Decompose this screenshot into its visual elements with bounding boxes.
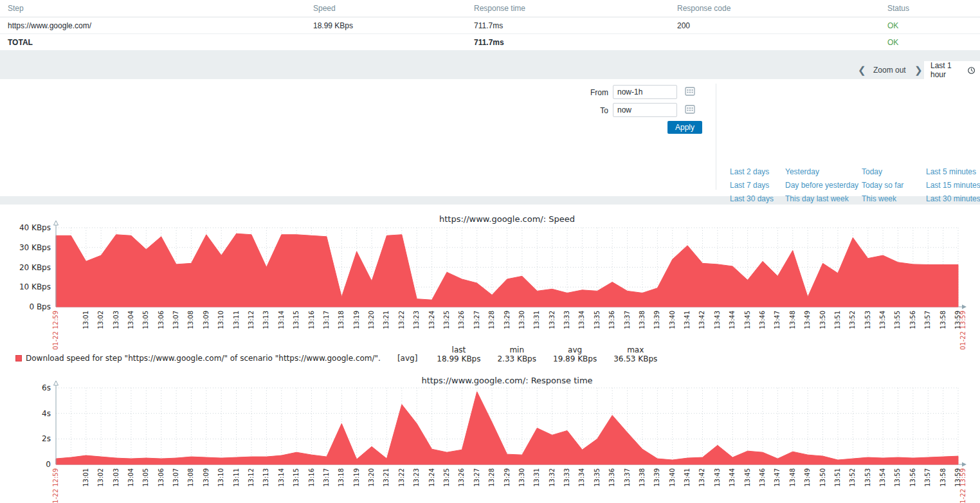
x-axis-tick-label: 13:47 <box>774 311 781 329</box>
to-input[interactable] <box>613 103 677 117</box>
web-scenario-table: Step Speed Response time Response code S… <box>0 0 980 50</box>
x-axis-tick-label: 13:03 <box>113 311 120 329</box>
speed-value: 18.99 KBps <box>313 21 474 30</box>
x-axis-tick-label: 13:28 <box>488 311 495 329</box>
x-axis-tick-label: 13:10 <box>217 311 224 329</box>
quick-range-link[interactable]: This day last week <box>785 192 858 206</box>
x-axis-tick-label: 13:48 <box>789 311 796 329</box>
x-axis-tick-label: 13:05 <box>142 468 149 487</box>
x-axis-tick-label: 13:35 <box>594 468 601 487</box>
quick-range-link[interactable]: This week <box>862 192 921 206</box>
x-axis-tick-label: 13:11 <box>233 468 240 487</box>
x-axis-tick-label: 13:52 <box>849 468 856 487</box>
x-axis-tick-label: 13:03 <box>113 468 120 487</box>
zabbix-web-monitoring-page: Step Speed Response time Response code S… <box>0 0 980 503</box>
x-axis-tick-label: 13:40 <box>669 311 676 329</box>
legend-color-swatch <box>15 355 22 361</box>
quick-range-link[interactable]: Today <box>862 165 921 179</box>
to-calendar-button[interactable] <box>684 104 696 116</box>
x-axis-tick-label: 13:33 <box>563 468 570 487</box>
x-axis-tick-label: 13:31 <box>533 468 540 487</box>
y-axis-tick-label: 2s <box>0 434 51 443</box>
speed-graph-plot[interactable] <box>56 228 958 307</box>
x-axis-tick-label: 13:44 <box>729 468 736 487</box>
x-axis-tick-label: 13:41 <box>684 311 691 329</box>
x-axis-tick-label: 13:38 <box>639 311 646 329</box>
legend-stat-last: last 18.99 KBps <box>437 345 480 363</box>
time-shift-left-chevron-icon[interactable]: ❮ <box>858 64 866 76</box>
x-axis-tick-label: 13:44 <box>729 311 736 329</box>
total-response-time: 711.7ms <box>474 38 677 47</box>
quick-range-link[interactable]: Today so far <box>862 179 921 192</box>
x-axis-tick-label: 13:16 <box>308 311 315 329</box>
total-label: TOTAL <box>8 38 313 47</box>
x-axis-tick-label: 13:24 <box>428 311 435 329</box>
response-time-graph-plot[interactable] <box>56 388 958 464</box>
x-axis-tick-label: 13:22 <box>398 311 405 329</box>
x-axis-tick-label: 13:25 <box>443 468 450 487</box>
x-axis-tick-label: 13:19 <box>353 311 360 329</box>
quick-range-link[interactable]: Last 7 days <box>730 179 778 192</box>
x-axis-tick-label: 13:21 <box>383 311 390 329</box>
x-axis-date-label: 01-22 13:59 <box>959 311 966 350</box>
speed-chart: https://www.google.com/: Speed40 KBps30 … <box>0 212 980 346</box>
x-axis-tick-label: 13:30 <box>518 311 525 329</box>
col-header-speed: Speed <box>313 4 474 13</box>
x-axis-tick-label: 13:06 <box>158 468 165 487</box>
zoom-out-button[interactable]: Zoom out <box>873 66 906 75</box>
x-axis-tick-label: 13:34 <box>578 311 585 329</box>
x-axis-tick-label: 13:01 <box>82 311 89 329</box>
x-axis-tick-label: 13:04 <box>127 468 134 487</box>
from-input[interactable] <box>613 85 677 99</box>
x-axis-tick-label: 13:32 <box>549 468 556 487</box>
x-axis-tick-label: 13:36 <box>608 468 615 487</box>
x-axis-tick-label: 13:22 <box>398 468 405 487</box>
quick-range-link[interactable]: Yesterday <box>785 165 858 179</box>
filter-vertical-divider <box>716 84 716 190</box>
x-axis-tick-label: 13:50 <box>819 311 826 329</box>
x-axis-tick-label: 13:46 <box>759 311 766 329</box>
y-axis-tick-label: 20 KBps <box>0 263 51 272</box>
apply-button[interactable]: Apply <box>667 121 702 134</box>
table-header-row: Step Speed Response time Response code S… <box>0 0 980 17</box>
col-header-response-code: Response code <box>677 4 887 13</box>
x-axis-tick-label: 13:35 <box>594 311 601 329</box>
quick-range-link[interactable]: Last 30 minutes <box>926 192 980 206</box>
x-axis-tick-label: 13:50 <box>819 468 826 487</box>
x-axis-tick-label: 13:12 <box>248 468 255 487</box>
x-axis-tick-label: 13:56 <box>909 468 916 487</box>
calendar-icon <box>685 86 695 96</box>
x-axis-tick-label: 13:52 <box>849 311 856 329</box>
legend-label: Download speed for step "https://www.goo… <box>26 354 381 363</box>
quick-range-link[interactable]: Last 2 days <box>730 165 778 179</box>
chart-title: https://www.google.com/: Response time <box>56 376 958 385</box>
x-axis-tick-label: 13:08 <box>187 311 194 329</box>
x-axis-tick-label: 13:51 <box>834 468 841 487</box>
x-axis-tick-label: 13:39 <box>653 468 660 487</box>
x-axis-tick-label: 13:47 <box>774 468 781 487</box>
x-axis-tick-label: 13:57 <box>924 468 931 487</box>
quick-range-link[interactable]: Last 30 days <box>730 192 778 206</box>
x-axis-tick-label: 13:07 <box>172 468 179 487</box>
x-axis-tick-label: 13:30 <box>518 468 525 487</box>
col-header-status: Status <box>887 4 980 13</box>
x-axis-date-label: 01-22 12:59 <box>52 311 59 350</box>
x-axis-tick-label: 13:53 <box>864 311 871 329</box>
response-code-value: 200 <box>677 21 887 30</box>
x-axis-date-label: 01-22 13:59 <box>959 468 966 503</box>
from-calendar-button[interactable] <box>684 86 696 98</box>
x-axis-tick-label: 13:41 <box>684 468 691 487</box>
x-axis-tick-label: 13:14 <box>278 311 285 329</box>
y-axis-tick-label: 6s <box>0 383 51 392</box>
quick-range-link[interactable]: Last 15 minutes <box>926 179 980 192</box>
x-axis-tick-label: 13:24 <box>428 468 435 487</box>
time-range-tab[interactable]: Last 1 hour <box>924 61 980 79</box>
time-shift-right-chevron-icon[interactable]: ❯ <box>914 64 923 76</box>
quick-range-link[interactable]: Day before yesterday <box>785 179 858 192</box>
x-axis-tick-label: 13:11 <box>233 311 240 329</box>
quick-range-link[interactable]: Last 5 minutes <box>926 165 980 179</box>
col-header-step: Step <box>8 4 313 13</box>
x-axis-tick-label: 13:49 <box>804 311 811 329</box>
x-axis-tick-label: 13:18 <box>338 311 345 329</box>
legend-stat-min: min 2.33 KBps <box>497 345 536 363</box>
